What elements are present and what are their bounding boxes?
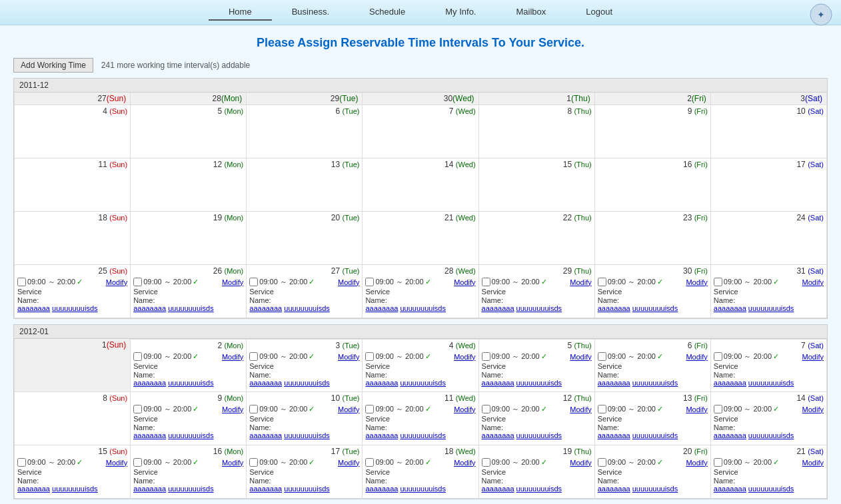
service-name-link[interactable]: aaaaaaaa — [714, 379, 746, 387]
service-name-link[interactable]: aaaaaaaa — [598, 304, 630, 312]
nav-logout[interactable]: Logout — [566, 4, 632, 21]
time-checkbox[interactable] — [482, 278, 490, 286]
time-checkbox[interactable] — [17, 278, 26, 286]
uuuu-link[interactable]: uuuuuuuuisds — [284, 485, 330, 493]
time-checkbox[interactable] — [714, 405, 722, 413]
service-name-link[interactable]: aaaaaaaa — [249, 431, 282, 439]
modify-link[interactable]: Modify — [686, 353, 707, 361]
service-name-link[interactable]: aaaaaaaa — [598, 379, 630, 387]
nav-home[interactable]: Home — [209, 4, 272, 21]
time-checkbox[interactable] — [365, 352, 374, 361]
modify-link[interactable]: Modify — [222, 353, 243, 361]
uuuu-link[interactable]: uuuuuuuuisds — [748, 485, 794, 493]
modify-link[interactable]: Modify — [338, 353, 359, 361]
service-name-link[interactable]: aaaaaaaa — [17, 304, 50, 312]
nav-mailbox[interactable]: Mailbox — [496, 4, 566, 21]
service-name-link[interactable]: aaaaaaaa — [249, 485, 282, 493]
time-checkbox[interactable] — [365, 458, 374, 467]
uuuu-link[interactable]: uuuuuuuuisds — [632, 431, 678, 439]
service-name-link[interactable]: aaaaaaaa — [598, 485, 630, 493]
service-name-link[interactable]: aaaaaaaa — [598, 431, 630, 439]
time-checkbox[interactable] — [133, 405, 142, 413]
service-name-link[interactable]: aaaaaaaa — [249, 379, 282, 387]
time-checkbox[interactable] — [249, 405, 258, 413]
add-working-time-button[interactable]: Add Working Time — [13, 58, 93, 73]
uuuu-link[interactable]: uuuuuuuuisds — [168, 431, 214, 439]
service-name-link[interactable]: aaaaaaaa — [133, 431, 166, 439]
time-checkbox[interactable] — [598, 405, 606, 413]
service-name-link[interactable]: aaaaaaaa — [714, 304, 746, 312]
modify-link[interactable]: Modify — [222, 405, 243, 413]
time-checkbox[interactable] — [482, 458, 490, 467]
modify-link[interactable]: Modify — [570, 405, 591, 413]
uuuu-link[interactable]: uuuuuuuuisds — [284, 304, 330, 312]
modify-link[interactable]: Modify — [802, 405, 824, 413]
time-checkbox[interactable] — [482, 352, 490, 361]
service-name-link[interactable]: aaaaaaaa — [482, 379, 514, 387]
uuuu-link[interactable]: uuuuuuuuisds — [400, 304, 446, 312]
service-name-link[interactable]: aaaaaaaa — [365, 304, 398, 312]
uuuu-link[interactable]: uuuuuuuuisds — [52, 304, 98, 312]
modify-link[interactable]: Modify — [338, 405, 359, 413]
service-name-link[interactable]: aaaaaaaa — [249, 304, 282, 312]
service-name-link[interactable]: aaaaaaaa — [365, 379, 398, 387]
uuuu-link[interactable]: uuuuuuuuisds — [400, 431, 446, 439]
service-name-link[interactable]: aaaaaaaa — [482, 431, 514, 439]
uuuu-link[interactable]: uuuuuuuuisds — [284, 431, 330, 439]
uuuu-link[interactable]: uuuuuuuuisds — [632, 304, 678, 312]
modify-link[interactable]: Modify — [686, 405, 707, 413]
time-checkbox[interactable] — [714, 458, 722, 467]
time-checkbox[interactable] — [598, 352, 606, 361]
nav-schedule[interactable]: Schedule — [349, 4, 425, 21]
uuuu-link[interactable]: uuuuuuuuisds — [168, 485, 214, 493]
uuuu-link[interactable]: uuuuuuuuisds — [400, 379, 446, 387]
modify-link[interactable]: Modify — [106, 459, 127, 467]
time-checkbox[interactable] — [714, 352, 722, 361]
service-name-link[interactable]: aaaaaaaa — [365, 431, 398, 439]
service-name-link[interactable]: aaaaaaaa — [714, 431, 746, 439]
time-checkbox[interactable] — [249, 278, 258, 286]
uuuu-link[interactable]: uuuuuuuuisds — [284, 379, 330, 387]
service-name-link[interactable]: aaaaaaaa — [365, 485, 398, 493]
time-checkbox[interactable] — [17, 458, 26, 467]
uuuu-link[interactable]: uuuuuuuuisds — [52, 485, 98, 493]
time-checkbox[interactable] — [714, 278, 722, 286]
modify-link[interactable]: Modify — [802, 459, 824, 467]
service-name-link[interactable]: aaaaaaaa — [133, 304, 166, 312]
uuuu-link[interactable]: uuuuuuuuisds — [400, 485, 446, 493]
service-name-link[interactable]: aaaaaaaa — [133, 379, 166, 387]
modify-link[interactable]: Modify — [222, 278, 243, 286]
nav-business[interactable]: Business. — [272, 4, 349, 21]
time-checkbox[interactable] — [365, 278, 374, 286]
modify-link[interactable]: Modify — [454, 459, 475, 467]
time-checkbox[interactable] — [133, 278, 142, 286]
modify-link[interactable]: Modify — [454, 278, 475, 286]
uuuu-link[interactable]: uuuuuuuuisds — [168, 379, 214, 387]
modify-link[interactable]: Modify — [222, 459, 243, 467]
uuuu-link[interactable]: uuuuuuuuisds — [632, 485, 678, 493]
modify-link[interactable]: Modify — [338, 459, 359, 467]
modify-link[interactable]: Modify — [454, 405, 475, 413]
modify-link[interactable]: Modify — [454, 353, 475, 361]
modify-link[interactable]: Modify — [106, 278, 127, 286]
uuuu-link[interactable]: uuuuuuuuisds — [748, 431, 794, 439]
uuuu-link[interactable]: uuuuuuuuisds — [516, 485, 562, 493]
uuuu-link[interactable]: uuuuuuuuisds — [516, 379, 562, 387]
modify-link[interactable]: Modify — [570, 353, 591, 361]
nav-myinfo[interactable]: My Info. — [425, 4, 496, 21]
time-checkbox[interactable] — [482, 405, 490, 413]
uuuu-link[interactable]: uuuuuuuuisds — [516, 431, 562, 439]
modify-link[interactable]: Modify — [570, 278, 591, 286]
time-checkbox[interactable] — [133, 458, 142, 467]
modify-link[interactable]: Modify — [570, 459, 591, 467]
time-checkbox[interactable] — [598, 278, 606, 286]
modify-link[interactable]: Modify — [802, 353, 824, 361]
modify-link[interactable]: Modify — [338, 278, 359, 286]
modify-link[interactable]: Modify — [802, 278, 824, 286]
service-name-link[interactable]: aaaaaaaa — [17, 485, 50, 493]
service-name-link[interactable]: aaaaaaaa — [482, 304, 514, 312]
modify-link[interactable]: Modify — [686, 459, 707, 467]
uuuu-link[interactable]: uuuuuuuuisds — [748, 304, 794, 312]
modify-link[interactable]: Modify — [686, 278, 707, 286]
time-checkbox[interactable] — [598, 458, 606, 467]
